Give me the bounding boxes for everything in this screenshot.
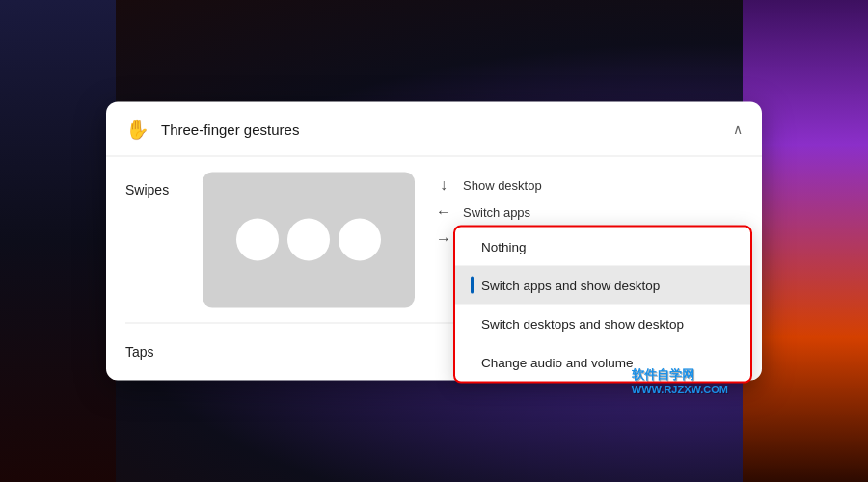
dropdown-item-switch-apps-show-label: Switch apps and show desktop — [481, 278, 660, 292]
watermark: 软件自学网 WWW.RJZXW.COM — [632, 366, 728, 395]
gesture-icon: ✋ — [125, 118, 149, 141]
dropdown-item-nothing-label: Nothing — [481, 239, 527, 254]
dropdown-item-audio-label: Change audio and volume — [481, 355, 634, 369]
card-body: Swipes Nothing Switch apps and show desk… — [106, 157, 762, 381]
finger-dot-2 — [287, 219, 330, 261]
swipes-label: Swipes — [125, 173, 183, 198]
arrow-down-icon: ↓ — [434, 176, 453, 194]
direction-left-label: Switch apps — [463, 204, 530, 219]
section-header: ✋ Three-finger gestures ∧ — [106, 102, 762, 157]
swipes-section: Swipes Nothing Switch apps and show desk… — [125, 173, 743, 324]
direction-down: ↓ Show desktop — [434, 176, 743, 194]
bg-left-panel — [0, 0, 116, 482]
dropdown-item-switch-apps-show[interactable]: Switch apps and show desktop — [455, 266, 750, 305]
settings-card: ✋ Three-finger gestures ∧ Swipes Nothing — [106, 102, 762, 381]
direction-down-label: Show desktop — [463, 177, 542, 192]
section-title: Three-finger gestures — [161, 120, 733, 137]
arrow-left-icon: ← — [434, 203, 453, 221]
swipes-dropdown-menu: Nothing Switch apps and show desktop Swi… — [453, 226, 752, 384]
direction-left: ← Switch apps — [434, 203, 743, 221]
finger-dot-3 — [339, 219, 381, 261]
finger-dot-1 — [236, 219, 279, 261]
swipes-right: Nothing Switch apps and show desktop Swi… — [434, 173, 743, 248]
chevron-up-icon[interactable]: ∧ — [733, 121, 743, 137]
dropdown-item-switch-desktops-label: Switch desktops and show desktop — [481, 316, 684, 331]
dropdown-item-nothing[interactable]: Nothing — [455, 228, 750, 266]
dropdown-item-switch-desktops[interactable]: Switch desktops and show desktop — [455, 305, 750, 343]
gesture-preview — [203, 173, 415, 308]
arrow-right-icon: → — [434, 230, 453, 248]
